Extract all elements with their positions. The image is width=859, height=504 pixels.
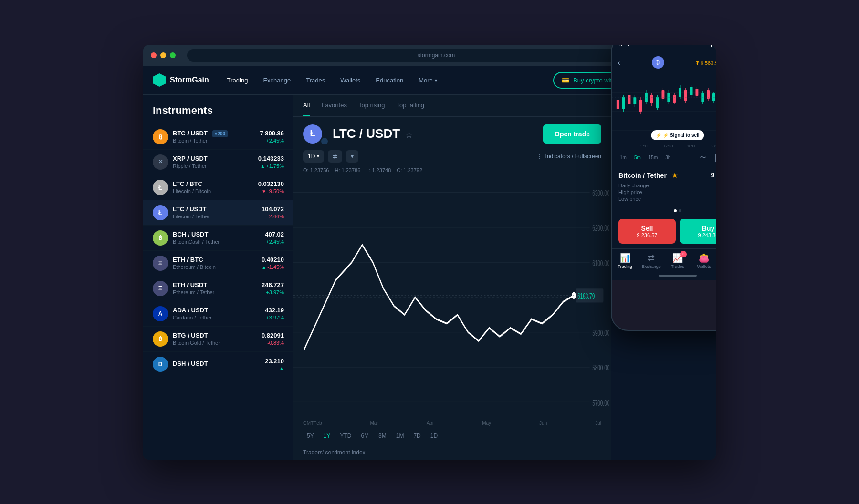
phone-buy-button[interactable]: Buy 9 243.34: [680, 219, 716, 244]
phone-exchange-icon: ⇄: [648, 253, 655, 263]
phone-high-label: High price: [618, 189, 642, 195]
phone-sell-button[interactable]: Sell 9 236.57: [618, 219, 676, 244]
dsh-icon: D: [153, 357, 168, 372]
phone-back-button[interactable]: ‹: [618, 58, 620, 68]
phone-nav-wallets[interactable]: 👛 Wallets: [691, 253, 716, 269]
tp-ytd[interactable]: YTD: [336, 431, 355, 441]
tp-1y[interactable]: 1Y: [320, 431, 335, 441]
btg-pair-info: BTG / USDT Bitcoin Gold / Tether: [173, 332, 262, 346]
signal-to-sell-button[interactable]: ⚡ ⚡ Signal to sell: [651, 130, 704, 140]
phone-buy-price: 9 243.34: [685, 232, 716, 238]
phone-tp-5m[interactable]: 5m: [632, 154, 643, 162]
x-label-mar: Mar: [370, 421, 378, 426]
tp-5y[interactable]: 5Y: [303, 431, 318, 441]
phone-chart-type-line-icon[interactable]: 〜: [700, 154, 706, 162]
eth-usdt-change: +3.97%: [262, 289, 284, 295]
dsh-price: 23.210 ▲: [265, 358, 284, 371]
phone-nav-trading[interactable]: 📊 Trading: [612, 253, 638, 269]
nav-item-trades[interactable]: Trades: [299, 73, 332, 88]
phone-home-indicator: [612, 271, 716, 280]
phone-tp-1m[interactable]: 1m: [618, 154, 629, 162]
chart-expand-button[interactable]: ▾: [346, 150, 358, 163]
sentiment-label: Traders' sentiment index: [293, 445, 611, 460]
nav-item-education[interactable]: Education: [369, 73, 410, 88]
chart-pair: Ł F LTC / USDT ☆: [303, 124, 413, 144]
chart-sync-button[interactable]: ⇄: [328, 150, 342, 163]
nav-item-more[interactable]: More ▾: [412, 73, 444, 88]
instrument-row-btc-usdt[interactable]: ₿ BTC / USDT ×200 Bitcoin / Tether 7 809…: [143, 124, 293, 150]
open-trade-button[interactable]: Open trade: [543, 124, 601, 144]
phone-nav-exchange[interactable]: ⇄ Exchange: [638, 253, 664, 269]
tp-1m[interactable]: 1M: [392, 431, 408, 441]
btc-price-val: 7 809.86: [260, 130, 284, 137]
favorite-star-icon[interactable]: ☆: [405, 130, 413, 140]
phone-stat-row-high: High price: [618, 189, 649, 195]
instrument-row-dsh-usdt[interactable]: D DSH / USDT 23.210 ▲: [143, 352, 293, 377]
period-label: 1D: [308, 153, 315, 160]
indicators-button[interactable]: ⋮⋮ Indicators / Fullscreen: [531, 153, 601, 160]
indicators-label: Indicators / Fullscreen: [545, 153, 601, 160]
period-select[interactable]: 1D ▾: [303, 150, 324, 163]
ada-price-val: 432.19: [265, 307, 284, 314]
phone-tp-15m[interactable]: 15m: [646, 154, 660, 162]
nav-item-trading[interactable]: Trading: [220, 73, 255, 88]
phone-sell-price: 9 236.57: [624, 232, 670, 238]
eth-usdt-pair-name: ETH / USDT: [173, 281, 262, 288]
x-label-may: May: [482, 421, 491, 426]
tp-7d[interactable]: 7D: [409, 431, 424, 441]
svg-text:17:30: 17:30: [663, 144, 673, 148]
chart-title: LTC / USDT: [333, 126, 400, 141]
svg-text:6100.00: 6100.00: [592, 259, 609, 267]
chart-area: All Favorites Top rising Top falling Ł F…: [293, 95, 611, 460]
tp-1d[interactable]: 1D: [427, 431, 441, 441]
x-label-apr: Apr: [427, 421, 434, 426]
ohlc-h: H: 1.23786: [335, 167, 360, 173]
phone-trades-badge-container: 📈 3: [672, 253, 683, 263]
nav-item-wallets[interactable]: Wallets: [334, 73, 367, 88]
instrument-row-btg-usdt[interactable]: ₿ BTG / USDT Bitcoin Gold / Tether 0.820…: [143, 327, 293, 352]
eth-btc-price-val: 0.40210: [262, 256, 284, 263]
instrument-row-eth-usdt[interactable]: Ξ ETH / USDT Ethereum / Tether 246.727 +…: [143, 276, 293, 301]
tab-favorites[interactable]: Favorites: [321, 102, 346, 116]
tab-top-rising[interactable]: Top rising: [358, 102, 385, 116]
phone-time: 9:41: [619, 45, 629, 47]
btc-leverage: ×200: [212, 130, 228, 137]
tab-top-falling[interactable]: Top falling: [397, 102, 425, 116]
svg-text:6200.00: 6200.00: [592, 224, 609, 232]
btc-icon: ₿: [153, 129, 168, 144]
phone-favorite-star-icon[interactable]: ★: [671, 171, 678, 179]
btc-change: +2.45%: [260, 138, 284, 144]
phone-trade-buttons: Sell 9 236.57 Buy 9 243.34: [612, 214, 716, 248]
xrp-price-val: 0.143233: [258, 155, 284, 162]
phone-trading-icon: 📊: [620, 253, 630, 263]
close-dot[interactable]: [151, 52, 157, 58]
nav-item-exchange[interactable]: Exchange: [256, 73, 297, 88]
phone-sell-label: Sell: [624, 225, 670, 232]
tp-3m[interactable]: 3M: [375, 431, 390, 441]
instrument-row-eth-btc[interactable]: Ξ ETH / BTC Ethereum / Bitcoin 0.40210 ▲…: [143, 251, 293, 276]
instrument-row-ltc-usdt[interactable]: Ł LTC / USDT Litecoin / Tether 104.072 -…: [143, 200, 293, 226]
svg-text:5900.00: 5900.00: [592, 329, 609, 337]
chart-pair-icon: Ł: [303, 124, 322, 144]
phone-pair-name-container: Bitcoin / Tether ★: [618, 171, 678, 180]
instrument-row-ltc-btc[interactable]: Ł LTC / BTC Litecoin / Bitcoin 0.032130 …: [143, 175, 293, 200]
minimize-dot[interactable]: [160, 52, 166, 58]
ohlc-o: O: 1.23756: [303, 167, 329, 173]
svg-point-13: [572, 292, 576, 299]
tp-6m[interactable]: 6M: [357, 431, 373, 441]
logo[interactable]: StormGain: [153, 73, 209, 87]
btc-price: 7 809.86 +2.45%: [260, 130, 284, 144]
btc-pair-name: BTC / USDT ×200: [173, 130, 260, 137]
instrument-row-bch-usdt[interactable]: ₿ BCH / USDT BitcoinCash / Tether 407.02…: [143, 226, 293, 251]
phone-chart-type-candle-icon[interactable]: ▐: [713, 154, 716, 162]
svg-text:6183.79: 6183.79: [577, 292, 595, 300]
logo-icon: [153, 73, 166, 87]
maximize-dot[interactable]: [170, 52, 176, 58]
phone-nav-trades[interactable]: 📈 3 Trades: [664, 253, 691, 269]
instrument-row-xrp-usdt[interactable]: ✕ XRP / USDT Ripple / Tether 0.143233 ▲+…: [143, 150, 293, 175]
instrument-row-ada-usdt[interactable]: A ADA / USDT Cardano / Tether 432.19 +3.…: [143, 301, 293, 327]
instruments-panel: Instruments ₿ BTC / USDT ×200 Bitcoin / …: [143, 95, 293, 460]
phone-tp-3h[interactable]: 3h: [663, 154, 673, 162]
signal-icon-inline: ⚡: [656, 133, 661, 138]
tab-all[interactable]: All: [303, 102, 310, 116]
